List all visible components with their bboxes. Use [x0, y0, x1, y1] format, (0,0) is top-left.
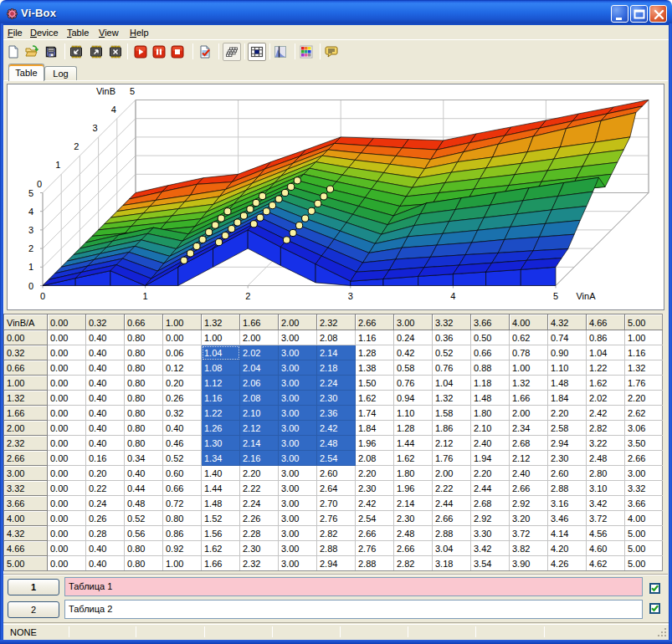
svg-text:3: 3 [348, 291, 353, 301]
svg-text:0: 0 [28, 281, 33, 291]
svg-text:2: 2 [245, 291, 250, 301]
svg-text:2: 2 [28, 243, 33, 253]
svg-text:2: 2 [74, 141, 79, 151]
svg-text:1: 1 [28, 262, 33, 272]
svg-text:1: 1 [55, 160, 60, 170]
svg-text:4: 4 [28, 207, 33, 217]
svg-text:0: 0 [37, 179, 42, 189]
svg-text:0: 0 [40, 291, 45, 301]
svg-text:1: 1 [143, 291, 148, 301]
svg-text:3: 3 [93, 123, 98, 133]
svg-text:VinA: VinA [576, 291, 596, 301]
svg-text:3: 3 [28, 225, 33, 235]
svg-text:5: 5 [553, 291, 558, 301]
svg-text:4: 4 [111, 105, 116, 115]
svg-text:4: 4 [450, 291, 455, 301]
svg-text:VinB: VinB [96, 86, 115, 96]
svg-text:5: 5 [130, 86, 135, 96]
svg-text:5: 5 [28, 188, 33, 198]
